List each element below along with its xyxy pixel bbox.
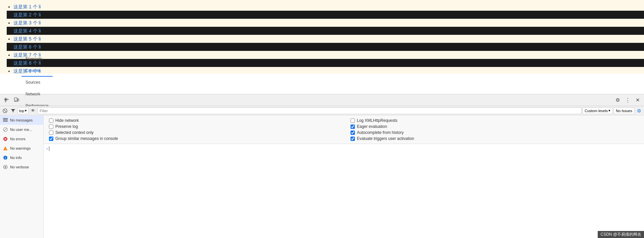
close-icon[interactable]: ✕ [633,95,642,105]
setting-row-selected-context: Selected context only [49,130,337,135]
svg-rect-3 [17,99,19,101]
console-settings-panel: Hide networkPreserve logSelected context… [44,115,644,144]
setting-checkbox-preserve-log[interactable] [49,125,53,129]
setting-checkbox-autocomplete-history[interactable] [351,131,355,135]
setting-checkbox-selected-context[interactable] [49,131,53,135]
settings-left-col: Hide networkPreserve logSelected context… [49,118,337,141]
errors-icon [3,136,8,142]
sidebar-item-label: No verbose [10,165,29,169]
no-issues-label: No Issues [616,109,632,113]
setting-label-eval-triggers: Evaluate triggers user activation [357,136,414,141]
list-item: 这是第 6 个 li [7,43,644,51]
csdn-watermark: CSDN @不易撞的网名 [598,231,644,238]
setting-checkbox-hide-network[interactable] [49,118,53,123]
list-item: 这是第 9 个 li [13,67,637,74]
console-cursor [49,146,49,151]
settings-icon[interactable]: ⚙ [613,95,622,105]
sidebar-item-info[interactable]: iNo info [0,153,43,162]
setting-label-group-similar: Group similar messages in console [55,136,118,141]
info-icon: i [3,155,8,160]
setting-checkbox-group-similar[interactable] [49,137,53,141]
user-messages-icon [3,127,8,132]
svg-text:i: i [5,156,6,160]
setting-label-eager-eval: Eager evaluation [357,124,387,129]
setting-row-hide-network: Hide network [49,118,337,123]
setting-checkbox-eager-eval[interactable] [351,125,355,129]
console-prompt-icon: › [46,146,48,151]
custom-levels-chevron: ▾ [608,108,610,113]
warnings-icon: ! [3,146,8,151]
list-item: 这是第 5 个 li [13,35,637,43]
setting-checkbox-log-xmlhttp[interactable] [351,118,355,123]
svg-text:!: ! [5,148,6,150]
svg-rect-9 [3,121,8,122]
filter-icon[interactable] [9,107,17,114]
devtools-right-icons: ⚙ ⋮ ✕ [612,95,643,105]
devtools-tabbar: ElementsConsoleSourcesNetworkPerformance… [0,94,644,106]
list-item: 这是第 1 个 li [13,3,637,11]
context-label: top [19,109,24,113]
console-settings-gear[interactable]: ⚙ [635,107,643,114]
tab-console[interactable]: Console [21,65,53,77]
sidebar-item-errors[interactable]: No errors [0,134,43,144]
svg-point-20 [5,166,6,168]
context-selector[interactable]: top ▾ [17,107,29,114]
setting-label-selected-context: Selected context only [55,130,94,135]
setting-checkbox-eval-triggers[interactable] [351,137,355,141]
svg-rect-1 [5,98,6,102]
setting-label-autocomplete-history: Autocomplete from history [357,130,404,135]
console-toolbar: top ▾ 👁 Custom levels ▾ No Issues ⚙ [0,106,644,115]
svg-line-6 [4,110,6,112]
setting-row-preserve-log: Preserve log [49,124,337,129]
setting-label-log-xmlhttp: Log XMLHttpRequests [357,118,397,123]
device-icon[interactable] [12,95,21,105]
custom-levels-label: Custom levels [585,109,608,113]
sidebar-item-warnings[interactable]: !No warnings [0,144,43,153]
inspect-icon[interactable] [2,95,11,105]
list: 这是第 1 个 li这是第 2 个 li这是第 3 个 li这是第 4 个 li… [7,3,637,74]
console-input-area[interactable]: › [44,144,644,238]
list-item: 这是第 2 个 li [7,11,644,19]
sidebar-item-all-messages[interactable]: No messages [0,115,43,125]
context-chevron: ▾ [25,108,27,113]
sidebar-item-label: No messages [10,118,33,122]
sidebar-item-label: No user me... [10,128,32,132]
console-right-panel: Hide networkPreserve logSelected context… [44,115,644,238]
setting-row-autocomplete-history: Autocomplete from history [351,130,639,135]
console-sidebar: No messagesNo user me...No errors!No war… [0,115,44,238]
sidebar-item-label: No info [10,156,22,160]
setting-row-log-xmlhttp: Log XMLHttpRequests [351,118,639,123]
no-issues-btn[interactable]: No Issues [613,107,635,114]
setting-label-hide-network: Hide network [55,118,79,123]
filter-input[interactable] [37,107,582,114]
tab-sources[interactable]: Sources [21,77,53,88]
list-item: 这是第 4 个 li [7,27,644,35]
console-main: No messagesNo user me...No errors!No war… [0,115,644,238]
sidebar-item-user-messages[interactable]: No user me... [0,125,43,134]
eye-icon[interactable]: 👁 [29,107,37,114]
tab-elements[interactable]: Elements [21,53,53,65]
setting-row-group-similar: Group similar messages in console [49,136,337,141]
page-content: 这是第 1 个 li这是第 2 个 li这是第 3 个 li这是第 4 个 li… [0,0,644,74]
all-messages-icon [3,117,8,123]
svg-line-11 [4,128,7,131]
setting-row-eager-eval: Eager evaluation [351,124,639,129]
svg-rect-0 [4,99,9,100]
setting-row-eval-triggers: Evaluate triggers user activation [351,136,639,141]
settings-right-col: Log XMLHttpRequestsEager evaluationAutoc… [351,118,639,141]
sidebar-item-label: No errors [10,137,25,141]
setting-label-preserve-log: Preserve log [55,124,78,129]
tab-network[interactable]: Network [21,88,53,100]
svg-rect-8 [3,120,8,120]
verbose-icon [3,164,8,170]
sidebar-item-label: No warnings [10,146,31,150]
list-item: 这是第 8 个 li [7,59,644,67]
sidebar-item-verbose[interactable]: No verbose [0,162,43,172]
custom-levels-btn[interactable]: Custom levels ▾ [582,107,613,114]
more-icon[interactable]: ⋮ [623,95,632,105]
list-item: 这是第 3 个 li [13,19,637,27]
svg-rect-7 [3,118,8,119]
devtools-panel: ElementsConsoleSourcesNetworkPerformance… [0,94,644,238]
clear-console-icon[interactable] [1,107,9,114]
svg-point-4 [15,101,16,101]
